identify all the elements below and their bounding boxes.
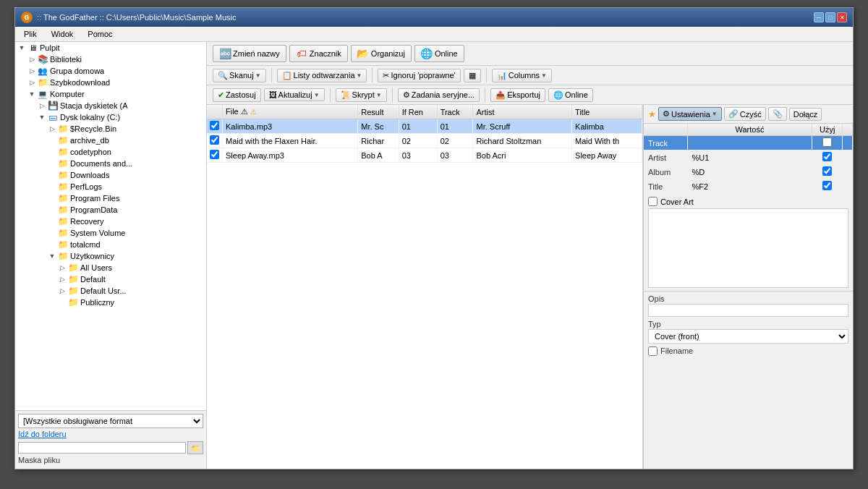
script-dropdown-arrow[interactable]: ▼	[376, 92, 382, 98]
maximize-button[interactable]: □	[825, 12, 835, 22]
prop-checkbox-1[interactable]	[822, 152, 832, 161]
settings-button[interactable]: ⚙ Ustawienia ▼	[658, 107, 722, 121]
organize-button[interactable]: 📂 Organizuj	[351, 45, 412, 62]
settings-dropdown-arrow[interactable]: ▼	[712, 111, 718, 117]
col-header-artist[interactable]: Artist	[473, 105, 572, 119]
toggle-pulpit[interactable]: ▼	[17, 43, 27, 53]
prop-check-col-3[interactable]	[812, 179, 843, 194]
toggle-grupa[interactable]: ▷	[27, 66, 37, 76]
row-check-2[interactable]	[207, 148, 223, 163]
ignore-button[interactable]: ✂ Ignoruj 'poprawne'	[378, 69, 460, 82]
toggle-dysk-c[interactable]: ▼	[37, 112, 47, 122]
toggle-szybko[interactable]: ▷	[27, 77, 37, 88]
toggle-uzytkownicy[interactable]: ▼	[47, 251, 57, 261]
online-button-top[interactable]: 🌐 Online	[414, 45, 464, 62]
tree-node-grupa[interactable]: ▷ 👥 Grupa domowa	[15, 65, 206, 77]
tree-node-uzytkownicy[interactable]: ▼ 📁 Użytkownicy	[15, 250, 206, 262]
playlists-button[interactable]: 📋 Listy odtwarzania ▼	[277, 69, 367, 82]
tree-node-defaultuser[interactable]: ▷ 📁 Default Usr...	[15, 285, 206, 297]
tree-node-publiczny[interactable]: ▷ 📁 Publiczny	[15, 297, 206, 308]
menu-widok[interactable]: Widok	[48, 28, 77, 40]
update-dropdown-arrow[interactable]: ▼	[314, 92, 320, 98]
tree-node-recycle[interactable]: ▷ 📁 $Recycle.Bin	[15, 123, 206, 135]
tree-node-programfiles[interactable]: ▷ 📁 Program Files	[15, 192, 206, 204]
close-button[interactable]: ✕	[837, 12, 847, 22]
browse-folder-button[interactable]: 📁	[187, 441, 203, 454]
file-list-area[interactable]: File ⚠ ⚠ Result If Ren Track Artist Titl…	[207, 105, 643, 469]
toggle-komputer[interactable]: ▼	[27, 89, 37, 99]
menu-plik[interactable]: Plik	[21, 28, 40, 40]
toggle-recycle[interactable]: ▷	[47, 124, 57, 134]
tree-node-biblioteki[interactable]: ▷ 📚 Biblioteki	[15, 54, 206, 65]
columns-dropdown-arrow[interactable]: ▼	[541, 72, 547, 79]
script-button[interactable]: 📜 Skrypt ▼	[336, 88, 387, 102]
prop-value-input-0[interactable]	[692, 139, 786, 148]
prop-checkbox-2[interactable]	[822, 166, 832, 176]
col-header-title[interactable]: Title	[572, 105, 642, 119]
opis-input[interactable]	[648, 304, 848, 317]
prop-checkbox-3[interactable]	[822, 181, 832, 190]
format-dropdown[interactable]: [Wszystkie obsługiwane format	[18, 414, 203, 428]
col-header-ifren[interactable]: If Ren	[399, 105, 437, 119]
tree-node-komputer[interactable]: ▼ 💻 Komputer	[15, 88, 206, 100]
scan-dropdown-arrow[interactable]: ▼	[255, 72, 261, 79]
tree-node-downloads[interactable]: ▷ 📁 Downloads	[15, 169, 206, 181]
row-checkbox-0[interactable]	[210, 121, 219, 130]
row-check-0[interactable]	[207, 119, 223, 134]
table-row[interactable]: Kalimba.mp3 Mr. Sc 01 01 Mr. Scruff Kali…	[207, 119, 642, 134]
view-toggle-button[interactable]: ▦	[464, 69, 481, 82]
minimize-button[interactable]: ─	[814, 12, 824, 22]
columns-button[interactable]: 📊 Columns ▼	[492, 69, 552, 82]
row-checkbox-2[interactable]	[210, 150, 219, 159]
tree-node-dysk-c[interactable]: ▼ 🖴 Dysk lokalny (C:)	[15, 111, 206, 123]
file-tree[interactable]: ▼ 🖥 Pulpit ▷ 📚 Biblioteki ▷ 👥 Grupa domo…	[15, 42, 206, 410]
tag-button[interactable]: 🏷 Znacznik	[289, 45, 348, 62]
tree-node-sysvolume[interactable]: ▷ 📁 System Volume	[15, 227, 206, 239]
table-row[interactable]: Maid with the Flaxen Hair. Richar 02 02 …	[207, 134, 642, 148]
tree-node-perflogs[interactable]: ▷ 📁 PerfLogs	[15, 181, 206, 192]
tasks-button[interactable]: ⚙ Zadania seryjne...	[398, 88, 480, 102]
col-header-file[interactable]: File ⚠ ⚠	[223, 105, 358, 119]
goto-folder-link[interactable]: Idź do folderu	[18, 428, 203, 440]
tree-node-programdata[interactable]: ▷ 📁 ProgramData	[15, 204, 206, 216]
tree-node-codetyphon[interactable]: ▷ 📁 codetyphon	[15, 146, 206, 158]
tree-node-archive[interactable]: ▷ 📁 archive_db	[15, 135, 206, 146]
row-checkbox-1[interactable]	[210, 135, 219, 145]
playlists-dropdown-arrow[interactable]: ▼	[357, 72, 362, 79]
cover-art-checkbox[interactable]	[648, 197, 658, 206]
tree-node-documents[interactable]: ▷ 📁 Documents and...	[15, 158, 206, 169]
path-input[interactable]	[18, 442, 186, 454]
tree-node-default[interactable]: ▷ 📁 Default	[15, 273, 206, 285]
col-header-track[interactable]: Track	[437, 105, 473, 119]
tree-node-recovery[interactable]: ▷ 📁 Recovery	[15, 216, 206, 227]
typ-select[interactable]: Cover (front)	[648, 329, 848, 344]
toggle-stacja[interactable]: ▷	[37, 101, 47, 111]
toggle-defaultuser[interactable]: ▷	[57, 286, 67, 296]
toggle-biblioteki[interactable]: ▷	[27, 54, 37, 64]
prop-check-col-2[interactable]	[812, 165, 843, 179]
prop-checkbox-0[interactable]	[822, 137, 832, 147]
prop-value-0[interactable]	[687, 136, 812, 150]
toggle-allusers[interactable]: ▷	[57, 263, 67, 273]
update-button[interactable]: 🖼 Aktualizuj ▼	[264, 88, 325, 101]
tree-node-stacja[interactable]: ▷ 💾 Stacja dyskietek (A	[15, 100, 206, 111]
filename-checkbox[interactable]	[648, 346, 658, 356]
tree-node-szybko[interactable]: ▷ 📁 Szybkodownload	[15, 77, 206, 88]
rename-button[interactable]: 🔤 Zmień nazwy	[213, 45, 286, 62]
prop-check-col-0[interactable]	[812, 136, 843, 150]
col-header-result[interactable]: Result	[358, 105, 399, 119]
attach-button[interactable]: 📎	[768, 107, 787, 121]
export-button[interactable]: 📤 Eksportuj	[490, 88, 545, 102]
toggle-default[interactable]: ▷	[57, 274, 67, 284]
menu-pomoc[interactable]: Pomoc	[85, 28, 115, 40]
row-check-1[interactable]	[207, 134, 223, 148]
tree-node-totalcmd[interactable]: ▷ 📁 totalcmd	[15, 239, 206, 250]
tree-node-allusers[interactable]: ▷ 📁 All Users	[15, 262, 206, 273]
apply-button[interactable]: ✔ Zastosuj	[213, 88, 261, 102]
table-row[interactable]: Sleep Away.mp3 Bob A 03 03 Bob Acri Slee…	[207, 148, 642, 163]
online-button-third[interactable]: 🌐 Online	[548, 88, 593, 102]
attach-label-button[interactable]: Dołącz	[789, 108, 822, 121]
scan-button[interactable]: 🔍 Skanuj ▼	[213, 69, 266, 82]
tree-node-pulpit[interactable]: ▼ 🖥 Pulpit	[15, 42, 206, 54]
clear-button[interactable]: 🔗 Czyść	[724, 107, 766, 121]
